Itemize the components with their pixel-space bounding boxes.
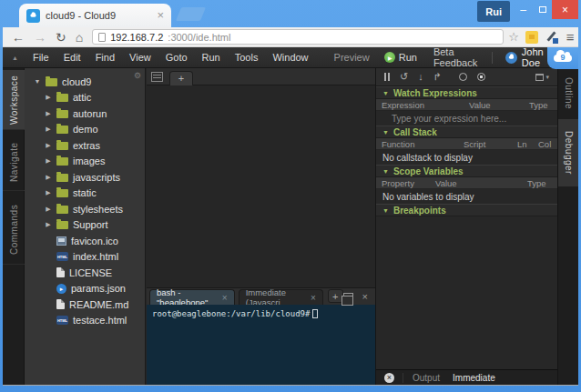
beta-feedback-link[interactable]: Beta Feedback xyxy=(424,47,486,68)
browser-tab[interactable]: cloud9 - Cloud9 × xyxy=(19,4,171,27)
tree-label: LICENSE xyxy=(69,267,112,278)
panel-tab-outline[interactable]: Outline xyxy=(558,71,578,116)
tree-root-cloud9[interactable]: ▼ cloud9 xyxy=(25,74,145,90)
folder-icon xyxy=(56,174,68,182)
tree-folder-images[interactable]: ▶ images xyxy=(25,154,145,170)
collapsed-arrow-icon[interactable]: ▶ xyxy=(45,189,52,196)
tree-folder-attic[interactable]: ▶ attic xyxy=(25,90,145,106)
collapsed-arrow-icon[interactable]: ▶ xyxy=(45,174,52,181)
col-type: Type xyxy=(527,178,546,188)
watch-expression-input[interactable]: Type your expression here... xyxy=(376,111,557,126)
tab-close-icon[interactable]: × xyxy=(157,11,164,20)
expanded-arrow-icon[interactable]: ▼ xyxy=(34,78,41,85)
section-title: Breakpoints xyxy=(393,206,446,216)
menu-view[interactable]: View xyxy=(122,52,158,63)
tree-label: autorun xyxy=(73,108,107,119)
tree-file-params[interactable]: ▸ params.json xyxy=(25,281,145,297)
collapsed-arrow-icon[interactable]: ▶ xyxy=(45,157,52,165)
watch-column-headers: Expression Value Type xyxy=(376,99,557,111)
scope-empty-message: No variables to display xyxy=(376,189,557,204)
back-icon[interactable]: ← xyxy=(12,31,25,44)
close-window-button[interactable]: × xyxy=(552,0,578,19)
menu-goto[interactable]: Goto xyxy=(158,52,195,63)
sidebar-tab-navigate[interactable]: Navigate xyxy=(3,135,25,191)
section-arrow-icon: ▼ xyxy=(382,90,389,96)
panel-menu-icon[interactable]: ▾ xyxy=(535,74,549,81)
editor-console-area: + bash - "beaglebone" × Immediate (Javas… xyxy=(147,68,375,385)
user-menu[interactable]: John Doe xyxy=(498,47,551,68)
tree-file-readme[interactable]: README.md xyxy=(25,297,145,313)
html-file-icon: HTML xyxy=(56,316,68,325)
tree-folder-autorun[interactable]: ▶ autorun xyxy=(25,106,145,122)
preview-button[interactable]: Preview xyxy=(327,52,377,63)
console-tab-immediate[interactable]: Immediate (Javascri × xyxy=(239,289,323,305)
collapsed-arrow-icon[interactable]: ▶ xyxy=(45,126,52,133)
minimize-button[interactable]: – xyxy=(514,0,533,19)
bottom-tab-output[interactable]: Output xyxy=(413,373,440,383)
menu-file[interactable]: File xyxy=(25,52,56,63)
section-call-stack[interactable]: ▼ Call Stack xyxy=(376,126,557,138)
panel-tab-debugger[interactable]: Debugger xyxy=(558,119,578,186)
tree-folder-stylesheets[interactable]: ▶ stylesheets xyxy=(25,201,145,217)
section-breakpoints[interactable]: ▼ Breakpoints xyxy=(376,204,557,216)
forward-icon[interactable]: → xyxy=(34,31,46,44)
reload-icon[interactable]: ↻ xyxy=(56,31,66,44)
close-console-icon[interactable]: × xyxy=(362,291,368,302)
section-watch-expressions[interactable]: ▼ Watch Expressions xyxy=(376,86,557,99)
terminal[interactable]: root@beaglebone:/var/lib/cloud9# xyxy=(147,305,375,385)
sidebar-tab-commands[interactable]: Commands xyxy=(3,196,25,265)
new-tab-button[interactable] xyxy=(176,7,206,21)
chrome-menu-icon[interactable]: ≡ xyxy=(566,29,575,45)
col-script: Script xyxy=(464,139,485,149)
menu-edit[interactable]: Edit xyxy=(56,52,88,63)
extension-icon[interactable] xyxy=(525,31,538,44)
run-button[interactable]: ▶ Run xyxy=(377,52,424,63)
bottom-tab-immediate[interactable]: Immediate xyxy=(453,373,495,383)
tree-folder-extras[interactable]: ▶ extras xyxy=(25,137,145,154)
profile-button[interactable]: Rui xyxy=(477,1,510,22)
tree-settings-icon[interactable]: ⚙ xyxy=(134,71,141,80)
tree-folder-demo[interactable]: ▶ demo xyxy=(25,122,145,138)
section-title: Call Stack xyxy=(393,127,437,137)
step-out-icon[interactable]: ↱ xyxy=(433,72,442,82)
collapsed-arrow-icon[interactable]: ▶ xyxy=(45,142,52,149)
section-scope-variables[interactable]: ▼ Scope Variables xyxy=(376,165,557,177)
resume-icon[interactable]: ↺ xyxy=(400,72,408,82)
eyedropper-extension-icon[interactable] xyxy=(545,31,558,44)
close-tab-icon[interactable]: × xyxy=(222,293,228,303)
pause-icon[interactable] xyxy=(384,73,390,81)
tree-folder-support[interactable]: ▶ Support xyxy=(25,217,145,234)
collapsed-arrow-icon[interactable]: ▶ xyxy=(45,221,52,228)
tree-file-testace[interactable]: HTML testace.html xyxy=(25,313,145,329)
address-bar[interactable]: 192.168.7.2 :3000/ide.html xyxy=(92,29,504,45)
tree-folder-javascripts[interactable]: ▶ javascripts xyxy=(25,169,145,186)
maximize-button[interactable] xyxy=(533,0,552,19)
step-into-icon[interactable]: ↓ xyxy=(418,72,423,82)
new-editor-tab-button[interactable]: + xyxy=(169,71,193,85)
tree-file-index[interactable]: HTML index.html xyxy=(25,249,145,266)
tree-file-favicon[interactable]: favicon.ico xyxy=(25,233,145,249)
editor-empty-area[interactable] xyxy=(147,85,375,287)
menu-run[interactable]: Run xyxy=(195,52,228,63)
menu-tools[interactable]: Tools xyxy=(228,52,266,63)
clear-output-icon[interactable]: × xyxy=(384,373,394,383)
ide-menubar: ▲ File Edit Find View Goto Run Tools Win… xyxy=(3,47,578,68)
console-tab-bash[interactable]: bash - "beaglebone" × xyxy=(149,289,235,305)
maximize-console-icon[interactable] xyxy=(343,293,353,301)
tree-file-license[interactable]: LICENSE xyxy=(25,265,145,281)
break-on-exceptions-icon[interactable] xyxy=(477,73,485,81)
tree-label: Support xyxy=(73,219,108,230)
collapsed-arrow-icon[interactable]: ▶ xyxy=(45,110,52,117)
sidebar-tab-workspace[interactable]: Workspace xyxy=(3,70,25,130)
collapsed-arrow-icon[interactable]: ▶ xyxy=(45,94,52,101)
tree-folder-static[interactable]: ▶ static xyxy=(25,186,145,202)
menu-find[interactable]: Find xyxy=(88,52,122,63)
collapsed-arrow-icon[interactable]: ▶ xyxy=(45,206,52,213)
home-icon[interactable]: ⌂ xyxy=(76,31,83,44)
menu-window[interactable]: Window xyxy=(265,52,315,63)
bookmark-star-icon[interactable]: ☆ xyxy=(508,30,519,44)
collapse-menubar-icon[interactable]: ▲ xyxy=(12,55,18,61)
tab-list-icon[interactable] xyxy=(151,72,163,82)
suspend-breakpoints-icon[interactable] xyxy=(459,73,467,81)
close-tab-icon[interactable]: × xyxy=(311,293,316,303)
